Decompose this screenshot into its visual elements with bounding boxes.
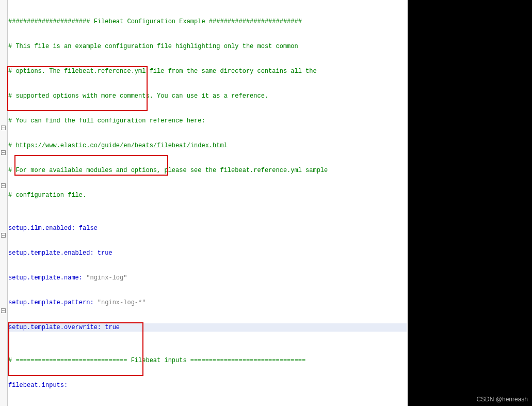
section-sep: # ============================== Filebea… <box>8 357 305 364</box>
yaml-key: setup.template.overwrite: <box>8 324 101 331</box>
yaml-value: true <box>101 324 120 331</box>
comment: # You can find the full configuration re… <box>8 117 205 124</box>
yaml-value: true <box>94 249 112 257</box>
comment: # <box>8 142 15 149</box>
comment: # supported options with more comments. … <box>8 92 268 100</box>
yaml-value: "nginx-log" <box>83 274 127 282</box>
yaml-key: setup.template.pattern: <box>8 299 94 306</box>
doc-link[interactable]: https://www.elastic.co/guide/en/beats/fi… <box>15 142 227 149</box>
fold-icon[interactable] <box>1 233 6 238</box>
fold-icon[interactable] <box>1 183 6 188</box>
comment: # options. The filebeat.reference.yml fi… <box>8 68 317 75</box>
fold-gutter <box>0 0 8 406</box>
comment: ###################### Filebeat Configur… <box>8 18 302 25</box>
yaml-key: setup.ilm.enabled: <box>8 225 75 232</box>
code-content[interactable]: ###################### Filebeat Configur… <box>8 1 407 406</box>
comment: # configuration file. <box>8 192 86 199</box>
comment: # This file is an example configuration … <box>8 43 298 50</box>
yaml-key: filebeat.inputs: <box>8 382 68 389</box>
comment: # For more available modules and options… <box>8 167 328 174</box>
yaml-key: setup.template.name: <box>8 274 83 282</box>
watermark: CSDN @henreash <box>476 396 528 403</box>
yaml-value: false <box>75 225 98 232</box>
fold-icon[interactable] <box>1 126 6 130</box>
yaml-key: setup.template.enabled: <box>8 249 94 257</box>
fold-icon[interactable] <box>1 150 6 155</box>
code-editor: ###################### Filebeat Configur… <box>0 0 408 406</box>
yaml-value: "nginx-log-*" <box>94 299 146 306</box>
fold-icon[interactable] <box>1 308 6 313</box>
